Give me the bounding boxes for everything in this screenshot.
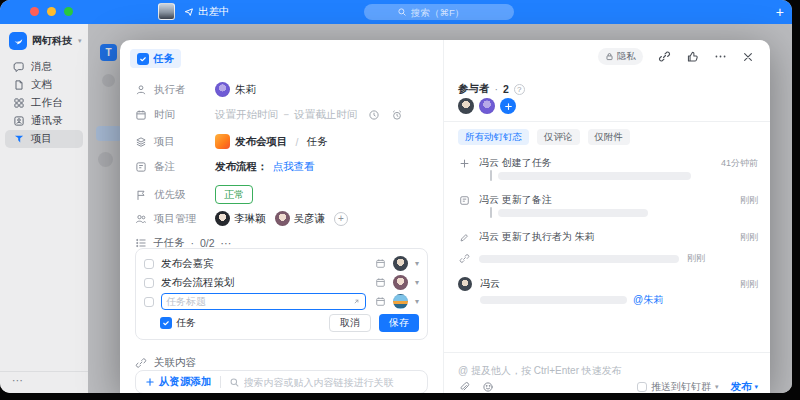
comment-input[interactable] xyxy=(458,365,758,376)
emoji-icon[interactable] xyxy=(482,381,494,393)
chevron-down-icon[interactable]: ▾ xyxy=(415,297,419,306)
feed-item: 冯云 更新了执行者为 朱莉 刚刚 xyxy=(458,230,758,244)
manager-chip[interactable]: 吴彦谦 xyxy=(275,211,326,226)
plus-icon xyxy=(458,158,471,169)
checkbox[interactable] xyxy=(637,382,647,392)
sidebar-menu: 消息 文档 工作台 通讯录 项目 xyxy=(0,58,88,148)
avatar[interactable] xyxy=(458,98,474,114)
related-search-input[interactable] xyxy=(244,377,419,388)
calendar-icon xyxy=(135,109,147,121)
grid-icon xyxy=(13,97,25,109)
field-time[interactable]: 时间 设置开始时间 － 设置截止时间 xyxy=(135,108,403,122)
calendar-icon[interactable] xyxy=(375,277,386,288)
chevron-down-icon[interactable]: ▾ xyxy=(415,259,419,268)
team-switcher[interactable]: 网钉科技 ▾ xyxy=(0,24,88,56)
project-icon xyxy=(13,133,25,145)
task-check-icon xyxy=(137,53,149,65)
app-window: 出差中 + 网钉科技 ▾ 消息 xyxy=(0,0,792,393)
avatar[interactable] xyxy=(393,294,408,309)
quote-bar xyxy=(490,170,492,181)
sidebar-item-projects[interactable]: 项目 xyxy=(5,130,83,148)
sidebar-item-messages[interactable]: 消息 xyxy=(5,58,83,76)
pencil-icon xyxy=(458,232,471,243)
manager-chip[interactable]: 李琳颖 xyxy=(215,211,266,226)
link-icon xyxy=(458,253,471,264)
sidebar-item-label: 文档 xyxy=(31,78,52,92)
sidebar-more-button[interactable]: ⋯ xyxy=(0,371,88,393)
search-input[interactable] xyxy=(411,7,481,18)
titlebar: 出差中 + xyxy=(0,0,792,24)
user-avatar[interactable] xyxy=(158,3,175,20)
add-participant-button[interactable] xyxy=(500,98,516,114)
participants-header: 参与者 · 2 ? xyxy=(458,82,525,96)
feed-time: 刚刚 xyxy=(687,252,705,265)
chevron-down-icon[interactable]: ▾ xyxy=(415,278,419,287)
add-from-resource-button[interactable]: 从资源添加 xyxy=(145,375,212,389)
global-search[interactable] xyxy=(364,4,514,20)
zoom-window-button[interactable] xyxy=(64,7,73,16)
subtask-row[interactable]: 发布会嘉宾 ▾ xyxy=(144,254,419,273)
activity-tabs: 所有动钉钉态 仅评论 仅附件 xyxy=(458,129,630,145)
checkbox[interactable] xyxy=(144,278,154,288)
field-note[interactable]: 备注 发布流程： 点我查看 xyxy=(135,160,315,174)
add-manager-button[interactable]: + xyxy=(334,212,348,226)
avatar[interactable] xyxy=(479,98,495,114)
chevron-down-icon: ▾ xyxy=(754,383,758,391)
attachment-icon[interactable] xyxy=(458,381,470,393)
subtask-type-select[interactable]: 任务 xyxy=(160,316,196,330)
expand-icon[interactable] xyxy=(352,297,361,306)
add-button[interactable]: + xyxy=(776,4,784,20)
minimize-window-button[interactable] xyxy=(47,7,56,16)
skeleton-bar xyxy=(498,172,691,180)
save-button[interactable]: 保存 xyxy=(379,314,419,332)
tab-comments-only[interactable]: 仅评论 xyxy=(537,129,580,145)
tab-all-activity[interactable]: 所有动钉钉态 xyxy=(458,129,529,145)
feed-text: 冯云 更新了执行者为 朱莉 xyxy=(479,230,732,244)
calendar-icon[interactable] xyxy=(375,258,386,269)
tab-attachments-only[interactable]: 仅附件 xyxy=(588,129,631,145)
field-priority[interactable]: 优先级 正常 xyxy=(135,185,253,204)
project-tasklist[interactable]: 任务 xyxy=(306,135,327,149)
note-link[interactable]: 点我查看 xyxy=(273,160,315,174)
sidebar-item-workbench[interactable]: 工作台 xyxy=(5,94,83,112)
note-icon xyxy=(458,195,471,206)
related-content-bar: 从资源添加 xyxy=(135,370,428,393)
avatar[interactable] xyxy=(393,275,408,290)
feed-item: 冯云 创建了任务 41分钟前 xyxy=(458,156,758,170)
clock-icon[interactable] xyxy=(368,109,380,121)
avatar[interactable] xyxy=(458,277,472,291)
help-icon[interactable]: ? xyxy=(514,84,525,95)
feed-item: 刚刚 xyxy=(458,252,758,265)
project-name[interactable]: 发布会项目 xyxy=(235,135,288,149)
cancel-button[interactable]: 取消 xyxy=(329,314,371,332)
field-project[interactable]: 项目 发布会项目 / 任务 xyxy=(135,134,327,149)
feed-item: 冯云 刚刚 xyxy=(458,277,758,291)
avatar xyxy=(275,211,290,226)
field-managers[interactable]: 项目管理 李琳颖 吴彦谦 + xyxy=(135,211,348,226)
mention-link[interactable]: @朱莉 xyxy=(633,293,663,307)
field-executor[interactable]: 执行者 朱莉 xyxy=(135,82,256,97)
task-type-badge[interactable]: 任务 xyxy=(130,49,181,68)
subtask-row[interactable]: 发布会流程策划 ▾ xyxy=(144,273,419,292)
calendar-icon[interactable] xyxy=(375,296,386,307)
user-status[interactable]: 出差中 xyxy=(184,5,230,19)
publish-button[interactable]: 发布 ▾ xyxy=(730,380,758,393)
priority-badge[interactable]: 正常 xyxy=(215,185,253,204)
sidebar-item-contacts[interactable]: 通讯录 xyxy=(5,112,83,130)
search-icon xyxy=(397,7,407,17)
checkbox[interactable] xyxy=(144,297,154,307)
checkbox[interactable] xyxy=(144,259,154,269)
alarm-icon[interactable] xyxy=(391,109,403,121)
contacts-icon xyxy=(13,115,25,127)
feed-quote xyxy=(490,207,648,218)
new-subtask-input[interactable] xyxy=(166,296,352,307)
activity-panel: 参与者 · 2 ? 所有动钉钉态 仅评论 仅附件 xyxy=(444,40,770,393)
push-to-group-toggle[interactable]: 推送到钉钉群 ▾ xyxy=(637,380,719,393)
people-icon xyxy=(135,213,147,225)
note-text: 发布流程： xyxy=(215,160,268,174)
sidebar-item-docs[interactable]: 文档 xyxy=(5,76,83,94)
avatar[interactable] xyxy=(393,256,408,271)
manager-name: 李琳颖 xyxy=(234,212,266,226)
feed-time: 刚刚 xyxy=(740,278,758,291)
close-window-button[interactable] xyxy=(30,7,39,16)
